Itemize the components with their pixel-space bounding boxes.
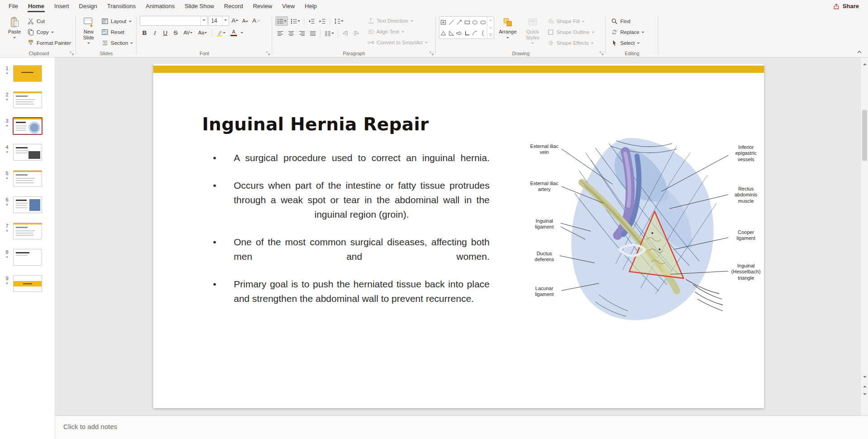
tab-home[interactable]: Home xyxy=(23,0,49,12)
format-painter-button[interactable]: Format Painter xyxy=(25,38,73,48)
convert-to-smartart-button[interactable]: Convert to SmartArt xyxy=(365,38,429,47)
section-button[interactable]: Section xyxy=(99,38,135,48)
tab-insert[interactable]: Insert xyxy=(49,0,74,12)
font-name-select[interactable] xyxy=(140,16,208,26)
scrollbar-thumb[interactable] xyxy=(862,110,867,161)
shape-elbow-icon[interactable] xyxy=(463,28,472,38)
slide-thumbnail-9[interactable]: 9 ★ xyxy=(0,275,55,292)
new-slide-button[interactable]: New Slide xyxy=(79,14,98,49)
arrange-button[interactable]: Arrange xyxy=(495,14,520,49)
dialog-launcher-icon[interactable] xyxy=(429,51,434,56)
slide-thumbnail-2[interactable]: 2 ★ xyxy=(0,91,55,108)
slide-title[interactable]: Inguinal Hernia Repair xyxy=(202,115,429,134)
shape-rounded-rectangle-icon[interactable] xyxy=(479,17,487,28)
text-highlight-color-button[interactable] xyxy=(214,28,227,38)
tab-file[interactable]: File xyxy=(4,0,23,12)
shape-triangle-icon[interactable] xyxy=(439,28,448,38)
slide-thumbnail-8[interactable]: 8 ★ xyxy=(0,249,55,266)
slide-thumbnail-preview[interactable] xyxy=(13,91,42,108)
decrease-font-size-button[interactable]: A xyxy=(241,16,250,26)
slide-canvas[interactable]: Inguinal Hernia Repair A surgical proced… xyxy=(153,64,764,408)
slide-thumbnail-5[interactable]: 5 ★ xyxy=(0,170,55,187)
cut-button[interactable]: Cut xyxy=(25,17,73,26)
bold-button[interactable]: B xyxy=(140,28,149,38)
dialog-launcher-icon[interactable] xyxy=(265,51,270,56)
underline-button[interactable]: U xyxy=(160,28,170,38)
clear-formatting-button[interactable]: A xyxy=(251,16,262,26)
reset-button[interactable]: Reset xyxy=(99,28,135,37)
rtl-text-button[interactable] xyxy=(351,29,361,38)
font-size-select[interactable]: 14 xyxy=(208,16,229,26)
gallery-up-icon[interactable] xyxy=(487,17,494,24)
bullet-item[interactable]: One of the most common surgical diseases… xyxy=(212,235,490,264)
align-right-button[interactable] xyxy=(297,29,307,38)
notes-pane[interactable]: Click to add notes xyxy=(55,415,868,439)
gallery-down-icon[interactable] xyxy=(487,24,494,31)
slide-thumbnail-preview[interactable] xyxy=(13,249,42,266)
numbering-button[interactable] xyxy=(289,16,302,26)
collapse-ribbon-button[interactable] xyxy=(855,49,863,55)
columns-button[interactable] xyxy=(323,29,335,38)
slide-thumbnail-panel[interactable]: 1 ★ 2 ★ 3 ★ 4 xyxy=(0,57,55,415)
align-text-button[interactable]: Align Text xyxy=(365,27,429,36)
align-center-button[interactable] xyxy=(286,29,296,38)
slide-thumbnail-preview[interactable] xyxy=(13,144,42,161)
tab-design[interactable]: Design xyxy=(74,0,102,12)
ltr-text-button[interactable] xyxy=(340,29,350,38)
slide-body-placeholder[interactable]: A surgical procedure used to correct an … xyxy=(212,151,490,319)
slide-thumbnail-preview[interactable] xyxy=(13,65,42,82)
shapes-gallery[interactable] xyxy=(439,16,494,39)
tab-review[interactable]: Review xyxy=(248,0,277,12)
shape-effects-button[interactable]: Shape Effects xyxy=(545,38,596,48)
scroll-up-button[interactable] xyxy=(861,60,868,68)
vertical-scrollbar[interactable] xyxy=(860,57,868,415)
font-color-button[interactable]: A xyxy=(228,28,240,38)
share-button[interactable]: Share xyxy=(824,3,868,10)
notes-placeholder[interactable]: Click to add notes xyxy=(63,423,117,430)
chevron-down-icon[interactable] xyxy=(222,16,229,25)
bullets-button[interactable] xyxy=(275,16,288,26)
next-slide-button[interactable] xyxy=(861,391,868,398)
align-left-button[interactable] xyxy=(275,29,285,38)
shape-block-arrow-icon[interactable] xyxy=(455,28,463,38)
dialog-launcher-icon[interactable] xyxy=(599,51,604,56)
bullet-item[interactable]: Occurs when part of the intestine or fat… xyxy=(212,178,490,222)
find-button[interactable]: Find xyxy=(609,17,646,26)
slide-thumbnail-preview[interactable] xyxy=(13,196,42,213)
gallery-more-icon[interactable] xyxy=(487,31,494,38)
slide-thumbnail-preview[interactable] xyxy=(13,275,42,292)
shape-rectangle-icon[interactable] xyxy=(463,17,472,28)
bullet-item[interactable]: A surgical procedure used to correct an … xyxy=(212,151,490,165)
shape-line-icon[interactable] xyxy=(448,17,456,28)
increase-font-size-button[interactable]: A xyxy=(230,16,240,26)
slide-thumbnail-1[interactable]: 1 ★ xyxy=(0,65,55,82)
text-direction-button[interactable]: Text Direction xyxy=(365,16,429,25)
shape-arc-icon[interactable] xyxy=(471,28,479,38)
shape-oval-icon[interactable] xyxy=(471,17,479,28)
paste-button[interactable]: Paste xyxy=(5,14,24,49)
tab-view[interactable]: View xyxy=(277,0,300,12)
tab-transitions[interactable]: Transitions xyxy=(102,0,141,12)
strikethrough-button[interactable]: S xyxy=(171,28,180,38)
shape-brace-icon[interactable] xyxy=(479,28,487,38)
tab-slide-show[interactable]: Slide Show xyxy=(179,0,219,12)
layout-button[interactable]: Layout xyxy=(99,17,135,26)
bullet-item[interactable]: Primary goal is to push the herniated ti… xyxy=(212,277,490,306)
previous-slide-button[interactable] xyxy=(861,382,868,390)
slide-thumbnail-6[interactable]: 6 ★ xyxy=(0,196,55,213)
scroll-down-button[interactable] xyxy=(861,373,868,381)
justify-button[interactable] xyxy=(308,29,318,38)
slide-thumbnail-preview[interactable] xyxy=(13,118,42,134)
quick-styles-button[interactable]: Quick Styles xyxy=(521,14,544,49)
shape-right-triangle-icon[interactable] xyxy=(448,28,456,38)
shape-fill-button[interactable]: Shape Fill xyxy=(545,17,596,26)
slide-thumbnail-preview[interactable] xyxy=(13,170,42,187)
shape-arrow-icon[interactable] xyxy=(455,17,463,28)
increase-indent-button[interactable] xyxy=(317,16,327,26)
line-spacing-button[interactable] xyxy=(332,16,345,26)
tab-animations[interactable]: Animations xyxy=(141,0,179,12)
slide-thumbnail-7[interactable]: 7 ★ xyxy=(0,223,55,239)
shape-textbox-icon[interactable] xyxy=(439,17,448,28)
slide-thumbnail-3[interactable]: 3 ★ xyxy=(0,118,55,134)
decrease-indent-button[interactable] xyxy=(307,16,316,26)
